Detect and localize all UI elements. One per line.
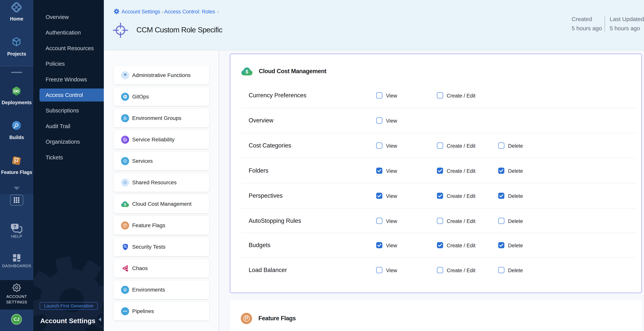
svg-text:$: $ (246, 69, 248, 74)
svg-text:$: $ (124, 202, 126, 206)
svg-text:?: ? (14, 224, 16, 229)
